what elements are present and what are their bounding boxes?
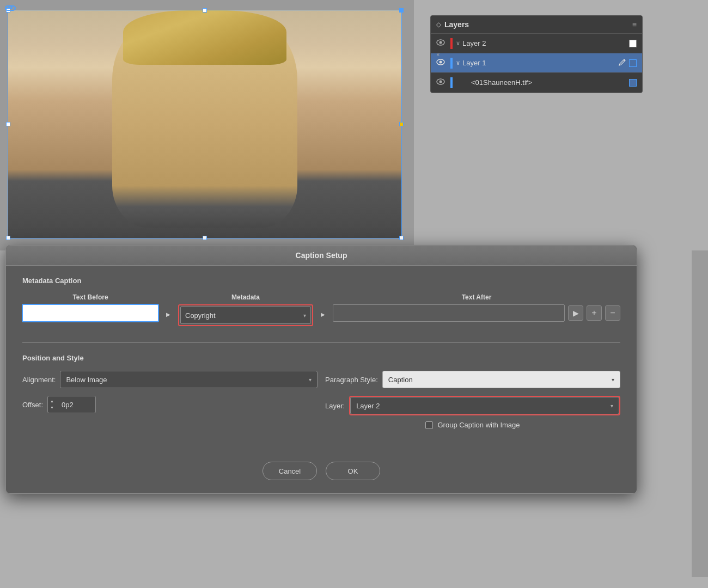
layers-panel-title: Layers bbox=[444, 20, 469, 29]
ok-button[interactable]: OK bbox=[326, 462, 380, 480]
layer-row-shauneenh[interactable]: ∨ <01ShauneenH.tif> bbox=[431, 73, 642, 93]
group-caption-label: Group Caption with Image bbox=[437, 421, 520, 429]
offset-spinner[interactable]: ▲ ▼ bbox=[47, 396, 96, 413]
text-after-arrow-btn[interactable]: ▶ bbox=[568, 305, 583, 321]
visibility-icon-layer2[interactable] bbox=[436, 39, 447, 47]
layers-title-group: ◇ Layers bbox=[436, 20, 469, 29]
layer-label: Layer: bbox=[325, 402, 345, 410]
layer-highlight-wrapper: Layer 2 ▾ bbox=[349, 396, 620, 415]
spinner-up[interactable]: ▲ bbox=[48, 398, 56, 405]
handle-mt[interactable] bbox=[203, 8, 207, 13]
metadata-caption-section: Metadata Caption Text Before ▶ Metadata … bbox=[22, 277, 620, 326]
svg-point-4 bbox=[440, 61, 442, 64]
paragraph-style-row: Paragraph Style: Caption ▾ bbox=[325, 371, 620, 388]
position-left-col: Alignment: Below Image ▾ Offset: ▲ ▼ bbox=[22, 371, 318, 429]
handle-bl[interactable] bbox=[6, 236, 10, 240]
expand-icon-sh: ∨ bbox=[456, 79, 460, 86]
metadata-caption-label: Metadata Caption bbox=[22, 277, 620, 285]
cancel-button[interactable]: Cancel bbox=[263, 462, 317, 480]
text-after-arrow[interactable]: ▶ bbox=[318, 305, 328, 323]
text-after-input[interactable] bbox=[333, 304, 565, 322]
layers-panel-header: × ◇ Layers ≡ bbox=[431, 16, 642, 34]
layer-value: Layer 2 bbox=[356, 402, 380, 410]
layer-row-1[interactable]: ∨ Layer 1 bbox=[431, 53, 642, 73]
expand-icon-layer1[interactable]: ∨ bbox=[456, 59, 460, 66]
dialog-body: Metadata Caption Text Before ▶ Metadata … bbox=[6, 266, 637, 453]
paragraph-style-dropdown[interactable]: Caption ▾ bbox=[382, 371, 620, 388]
position-style-section: Position and Style Alignment: Below Imag… bbox=[22, 354, 620, 429]
section-divider bbox=[22, 342, 620, 343]
dialog-titlebar: Caption Setup bbox=[6, 246, 637, 266]
dialog-title: Caption Setup bbox=[296, 251, 347, 260]
layer-name-2: Layer 2 bbox=[462, 39, 629, 47]
text-after-row: ▶ + − bbox=[333, 304, 620, 322]
text-before-col: Text Before bbox=[22, 293, 158, 322]
position-grid: Alignment: Below Image ▾ Offset: ▲ ▼ bbox=[22, 371, 620, 429]
layer-name-sh: <01ShauneenH.tif> bbox=[471, 78, 629, 87]
handle-ml[interactable] bbox=[6, 122, 10, 126]
group-caption-row: Group Caption with Image bbox=[325, 421, 620, 429]
visibility-icon-layer1[interactable] bbox=[436, 59, 447, 67]
metadata-chevron: ▾ bbox=[303, 313, 306, 318]
layer-chevron: ▾ bbox=[611, 403, 613, 409]
offset-row: Offset: ▲ ▼ bbox=[22, 396, 318, 413]
alignment-value: Below Image bbox=[66, 376, 107, 384]
canvas-area bbox=[0, 0, 414, 250]
layers-menu-icon[interactable]: ≡ bbox=[632, 20, 637, 29]
remove-row-btn[interactable]: − bbox=[605, 305, 620, 321]
metadata-header: Metadata bbox=[178, 293, 313, 301]
metadata-highlight-wrapper: Copyright ▾ bbox=[178, 304, 313, 326]
layer-dropdown[interactable]: Layer 2 ▾ bbox=[350, 397, 619, 414]
position-right-col: Paragraph Style: Caption ▾ Layer: Layer … bbox=[325, 371, 620, 429]
handle-tr[interactable] bbox=[399, 8, 404, 13]
svg-point-2 bbox=[440, 41, 442, 44]
pen-icon-layer1 bbox=[619, 59, 626, 68]
spinner-down[interactable]: ▼ bbox=[48, 405, 56, 411]
group-caption-checkbox[interactable] bbox=[425, 421, 433, 429]
layer-color-bar-2 bbox=[450, 38, 453, 49]
diamond-icon: ◇ bbox=[436, 21, 441, 28]
image-frame bbox=[8, 10, 402, 238]
alignment-row: Alignment: Below Image ▾ bbox=[22, 371, 318, 388]
handle-mr[interactable] bbox=[399, 122, 404, 126]
layer-thumb-1 bbox=[629, 59, 637, 67]
layer-row-2[interactable]: ∨ Layer 2 bbox=[431, 34, 642, 53]
text-after-header: Text After bbox=[333, 293, 620, 301]
layer-color-bar-1 bbox=[450, 58, 453, 69]
layer-row: Layer: Layer 2 ▾ bbox=[325, 396, 620, 415]
add-row-btn[interactable]: + bbox=[587, 305, 602, 321]
link-icon bbox=[4, 4, 16, 14]
position-style-label: Position and Style bbox=[22, 354, 620, 362]
offset-input[interactable] bbox=[57, 396, 95, 413]
text-after-col: Text After ▶ + − bbox=[333, 293, 620, 322]
text-before-arrow[interactable]: ▶ bbox=[163, 305, 174, 323]
hair bbox=[123, 10, 286, 65]
close-button[interactable]: × bbox=[436, 51, 440, 58]
offset-label: Offset: bbox=[22, 401, 43, 409]
svg-point-7 bbox=[440, 81, 442, 83]
caption-setup-dialog: Caption Setup Metadata Caption Text Befo… bbox=[5, 245, 637, 494]
alignment-label: Alignment: bbox=[22, 376, 56, 384]
layer-color-bar-sh bbox=[450, 77, 453, 88]
paragraph-style-chevron: ▾ bbox=[612, 377, 614, 383]
metadata-value: Copyright bbox=[185, 311, 216, 320]
dialog-footer: Cancel OK bbox=[6, 453, 637, 493]
text-before-input[interactable] bbox=[22, 304, 158, 322]
metadata-col: Metadata Copyright ▾ bbox=[178, 293, 313, 326]
layers-panel: × ◇ Layers ≡ ∨ Layer 2 ∨ Layer 1 bbox=[430, 15, 643, 93]
alignment-dropdown[interactable]: Below Image ▾ bbox=[60, 371, 318, 388]
handle-mb[interactable] bbox=[203, 236, 207, 240]
layer-name-1: Layer 1 bbox=[462, 59, 619, 67]
layer-thumb-sh bbox=[629, 79, 637, 87]
visibility-icon-shauneenh[interactable] bbox=[436, 78, 447, 87]
expand-icon-layer2[interactable]: ∨ bbox=[456, 40, 460, 47]
offset-arrows[interactable]: ▲ ▼ bbox=[48, 398, 56, 411]
layer-thumb-2 bbox=[629, 40, 637, 47]
right-panel-extend bbox=[692, 250, 708, 577]
metadata-dropdown[interactable]: Copyright ▾ bbox=[180, 307, 311, 324]
handle-br[interactable] bbox=[399, 236, 404, 240]
canvas-image bbox=[8, 10, 401, 238]
text-before-header: Text Before bbox=[22, 293, 158, 301]
paragraph-style-value: Caption bbox=[388, 376, 413, 384]
paragraph-style-label: Paragraph Style: bbox=[325, 376, 378, 384]
